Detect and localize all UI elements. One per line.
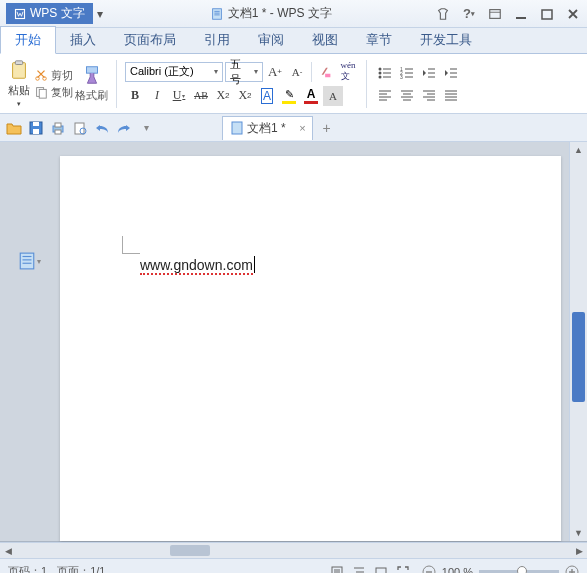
svg-rect-60 (20, 253, 34, 269)
phonetic-icon[interactable]: wén文 (338, 62, 358, 82)
view-outline-icon[interactable] (350, 563, 368, 574)
window-title: 文档1 * - WPS 文字 (107, 5, 435, 22)
margin-marker (122, 236, 140, 254)
add-tab-button[interactable]: + (317, 118, 337, 138)
svg-rect-56 (55, 130, 61, 134)
highlight-button[interactable]: ✎ (279, 88, 299, 104)
zoom-value[interactable]: 100 % (442, 566, 473, 574)
titlebar: WPS 文字 ▾ 文档1 * - WPS 文字 ?▾ (0, 0, 587, 28)
horizontal-scrollbar[interactable]: ◀ ▶ (0, 542, 587, 558)
svg-text:3: 3 (400, 74, 403, 80)
zoom-slider-knob[interactable] (517, 566, 527, 573)
save-icon[interactable] (28, 120, 44, 136)
fullscreen-icon[interactable] (394, 563, 412, 574)
view-print-icon[interactable] (328, 563, 346, 574)
app-menu-dropdown[interactable]: ▾ (93, 3, 107, 25)
menu-tabs: 开始 插入 页面布局 引用 审阅 视图 章节 开发工具 (0, 28, 587, 54)
numbering-icon[interactable]: 123 (397, 63, 417, 83)
minimize-icon[interactable] (513, 6, 529, 22)
tab-insert[interactable]: 插入 (56, 27, 110, 53)
print-icon[interactable] (50, 120, 66, 136)
indent-increase-icon[interactable] (441, 63, 461, 83)
subscript-button[interactable]: X2 (235, 86, 255, 106)
document-tab[interactable]: 文档1 * × (222, 116, 313, 140)
hscroll-thumb[interactable] (170, 545, 210, 556)
svg-rect-59 (232, 122, 242, 134)
zoom-out-icon[interactable] (422, 565, 436, 574)
close-tab-icon[interactable]: × (299, 122, 305, 134)
bullets-icon[interactable] (375, 63, 395, 83)
scroll-right-icon[interactable]: ▶ (571, 543, 587, 558)
clear-format-icon[interactable] (316, 62, 336, 82)
redo-icon[interactable] (116, 120, 132, 136)
print-preview-icon[interactable] (72, 120, 88, 136)
close-icon[interactable] (565, 6, 581, 22)
scroll-down-icon[interactable]: ▼ (570, 525, 587, 541)
align-right-icon[interactable] (419, 85, 439, 105)
app-name: WPS 文字 (30, 5, 85, 22)
maximize-icon[interactable] (539, 6, 555, 22)
workspace: ▾ www.gndown.com ▲ ▼ (0, 142, 587, 542)
vertical-scrollbar[interactable]: ▲ ▼ (569, 142, 587, 541)
paragraph-group: 123 (375, 63, 461, 105)
svg-rect-70 (376, 568, 386, 574)
svg-rect-9 (13, 63, 26, 79)
tab-start[interactable]: 开始 (0, 26, 56, 54)
page-count: 页面：1/1 (57, 564, 105, 573)
document-page[interactable]: www.gndown.com (60, 156, 561, 541)
skin-icon[interactable] (435, 6, 451, 22)
format-painter-button[interactable]: 格式刷 (75, 64, 108, 103)
scroll-up-icon[interactable]: ▲ (570, 142, 587, 158)
help-icon[interactable]: ?▾ (461, 6, 477, 22)
svg-rect-15 (86, 67, 97, 73)
tab-chapter[interactable]: 章节 (352, 27, 406, 53)
font-color-button[interactable]: A (301, 87, 321, 104)
navigation-panel-toggle[interactable]: ▾ (0, 142, 60, 541)
font-grow-icon[interactable]: A+ (265, 62, 285, 82)
font-shrink-icon[interactable]: A- (287, 62, 307, 82)
scroll-left-icon[interactable]: ◀ (0, 543, 16, 558)
text-cursor (254, 256, 255, 273)
tab-reference[interactable]: 引用 (190, 27, 244, 53)
svg-rect-10 (15, 61, 22, 65)
bold-button[interactable]: B (125, 86, 145, 106)
char-shading-button[interactable]: A (323, 86, 343, 106)
underline-button[interactable]: U▾ (169, 86, 189, 106)
svg-rect-53 (33, 122, 39, 126)
copy-button[interactable]: 复制 (34, 85, 73, 100)
paste-button[interactable]: 粘贴▾ (6, 59, 32, 108)
indent-decrease-icon[interactable] (419, 63, 439, 83)
status-bar: 页码：1 页面：1/1 100 % (0, 558, 587, 573)
svg-rect-1 (212, 8, 221, 19)
tab-review[interactable]: 审阅 (244, 27, 298, 53)
font-name-select[interactable]: Calibri (正文)▾ (125, 62, 223, 82)
align-center-icon[interactable] (397, 85, 417, 105)
svg-point-17 (379, 67, 382, 70)
strike-button[interactable]: AB (191, 86, 211, 106)
svg-rect-55 (55, 123, 61, 127)
tab-dev[interactable]: 开发工具 (406, 27, 486, 53)
view-web-icon[interactable] (372, 563, 390, 574)
font-size-select[interactable]: 五号▾ (225, 62, 263, 82)
undo-icon[interactable] (94, 120, 110, 136)
svg-point-21 (379, 75, 382, 78)
align-left-icon[interactable] (375, 85, 395, 105)
char-border-button[interactable]: A (257, 88, 277, 104)
svg-rect-5 (490, 9, 501, 18)
svg-rect-8 (542, 10, 552, 19)
zoom-control: 100 % (422, 565, 579, 574)
scroll-thumb[interactable] (572, 312, 585, 402)
qat-more-icon[interactable]: ▾ (138, 120, 154, 136)
italic-button[interactable]: I (147, 86, 167, 106)
zoom-in-icon[interactable] (565, 565, 579, 574)
ribbon: 粘贴▾ 剪切 复制 格式刷 Calibri (正文)▾ 五号▾ A+ A- wé… (0, 54, 587, 114)
tab-view[interactable]: 视图 (298, 27, 352, 53)
superscript-button[interactable]: X2 (213, 86, 233, 106)
tab-layout[interactable]: 页面布局 (110, 27, 190, 53)
svg-point-19 (379, 71, 382, 74)
app-badge: WPS 文字 (6, 3, 93, 24)
cut-button[interactable]: 剪切 (34, 68, 73, 83)
ribbon-toggle-icon[interactable] (487, 6, 503, 22)
align-justify-icon[interactable] (441, 85, 461, 105)
open-icon[interactable] (6, 120, 22, 136)
